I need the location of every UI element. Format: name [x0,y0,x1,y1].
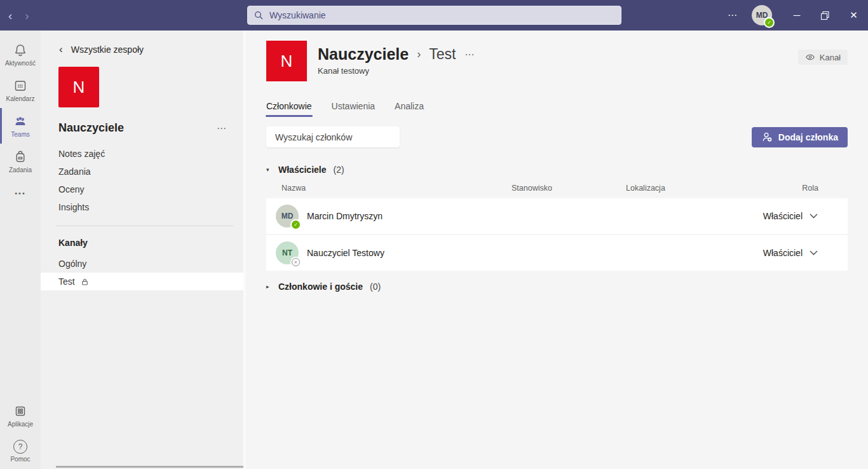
sidebar-horizontal-scrollbar[interactable] [56,466,243,468]
guests-count: (0) [370,282,381,292]
app-rail: Aktywność Kalendarz Teams [0,31,41,469]
tab-analytics[interactable]: Analiza [395,101,424,117]
table-row: MD ✓ Marcin Dmytryszyn Właściciel [266,198,848,234]
rail-item-label: Kalendarz [6,95,34,102]
team-more-options-icon[interactable]: ⋯ [217,123,227,134]
owners-section-header[interactable]: ▾ Właściciele (2) [266,165,848,175]
more-options-icon[interactable]: ⋯ [720,10,745,21]
sidebar-item-label: Oceny [58,184,84,194]
tab-settings[interactable]: Ustawienia [332,101,375,117]
member-name: Nauczyciel Testowy [307,248,384,258]
tab-members[interactable]: Członkowie [266,101,312,117]
member-search-box[interactable] [266,126,400,147]
forward-icon[interactable]: › [25,10,29,22]
team-name: Nauczyciele [58,121,124,135]
person-add-icon [761,132,773,142]
sidebar-item-label: Notes zajęć [58,149,105,159]
guests-section-header[interactable]: ▸ Członkowie i goście (0) [266,282,848,292]
channel-label: Test [58,276,75,287]
presence-available-icon: ✓ [765,18,773,27]
channel-list: Ogólny Test [41,255,243,290]
presence-available-icon: ✓ [292,221,300,229]
breadcrumb-team[interactable]: Nauczyciele [318,45,409,64]
user-avatar-initials: MD [756,11,768,20]
breadcrumb-channel[interactable]: Test [429,46,456,63]
all-teams-back[interactable]: ‹ Wszystkie zespoły [41,31,243,55]
team-logo: N [266,41,307,81]
team-sidebar: ‹ Wszystkie zespoły N Nauczyciele ⋯ Note… [41,31,246,469]
breadcrumb-separator-icon: › [417,48,421,61]
minimize-icon [792,11,801,20]
role-dropdown[interactable]: Właściciel [763,211,818,221]
bell-icon [13,43,28,58]
close-button[interactable]: ✕ [839,0,868,31]
channel-tabs: Członkowie Ustawienia Analiza [266,101,848,117]
sidebar-item-assignments[interactable]: Zadania [41,163,243,180]
channel-label: Ogólny [58,259,86,269]
collapsed-triangle-icon: ▸ [266,283,271,290]
calendar-icon [13,78,28,93]
rail-item-label: Teams [11,131,29,138]
rail-item-label: Aktywność [5,60,36,67]
rail-more-apps-icon[interactable]: ••• [0,179,41,207]
rail-item-label: Zadania [9,167,32,173]
sidebar-item-insights[interactable]: Insights [41,198,243,216]
close-icon: ✕ [850,10,858,21]
history-nav: ‹ › [0,10,29,22]
rail-item-label: Aplikacje [8,421,33,428]
rail-item-assignments[interactable]: Zadania [0,144,41,179]
members-table: MD ✓ Marcin Dmytryszyn Właściciel NT ✕ N… [266,198,848,271]
window-controls: ⋯ MD ✓ ✕ [720,0,868,31]
rail-item-activity[interactable]: Aktywność [0,37,41,72]
role-dropdown[interactable]: Właściciel [763,248,818,258]
role-value: Właściciel [763,248,803,258]
team-menu: Notes zajęć Zadania Oceny Insights [41,145,243,216]
channel-privacy-button[interactable]: Kanał [798,50,848,65]
search-icon [391,132,392,142]
rail-item-apps[interactable]: Aplikacje [0,398,41,433]
team-logo-initial: N [73,78,85,97]
sidebar-item-class-notebook[interactable]: Notes zajęć [41,145,243,163]
sidebar-divider [56,226,233,226]
back-icon[interactable]: ‹ [8,10,12,22]
channel-item-test[interactable]: Test [41,273,243,290]
channel-description: Kanał testowy [318,66,475,76]
rail-item-label: Pomoc [10,456,30,463]
search-icon [254,11,263,20]
collapse-triangle-icon: ▾ [266,167,271,173]
channel-more-options-icon[interactable]: ⋯ [465,49,475,60]
owners-count: (2) [334,165,344,175]
user-avatar[interactable]: MD ✓ [752,5,772,25]
lock-icon [81,278,89,286]
rail-item-teams[interactable]: Teams [0,108,41,144]
rail-item-calendar[interactable]: Kalendarz [0,72,41,108]
help-icon: ? [13,440,27,454]
rail-item-help[interactable]: ? Pomoc [0,433,41,469]
title-bar: ‹ › ⋯ MD ✓ ✕ [0,0,868,31]
team-logo[interactable]: N [58,67,99,107]
add-member-button[interactable]: Dodaj członka [752,127,848,147]
column-title: Stanowisko [512,184,626,193]
restore-button[interactable] [811,0,839,31]
avatar: NT ✕ [276,241,299,264]
column-role: Rola [770,184,818,193]
breadcrumb: Nauczyciele › Test ⋯ [318,45,475,64]
sidebar-item-label: Zadania [58,167,91,177]
chevron-down-icon [809,213,818,219]
owners-title: Właściciele [278,165,327,175]
column-location: Lokalizacja [626,184,770,193]
minimize-button[interactable] [782,0,811,31]
presence-offline-icon: ✕ [292,258,300,266]
members-table-header: Nazwa Stanowisko Lokalizacja Rola [266,184,848,193]
global-search-input[interactable] [268,10,614,21]
avatar: MD ✓ [276,205,299,228]
channel-item-general[interactable]: Ogólny [41,255,243,273]
restore-icon [820,11,830,20]
teams-people-icon [13,114,28,129]
column-name: Nazwa [281,184,512,193]
member-search-input[interactable] [274,132,391,143]
sidebar-item-grades[interactable]: Oceny [41,180,243,198]
channel-privacy-label: Kanał [820,53,841,62]
global-search-box[interactable] [247,6,621,25]
channel-main: N Nauczyciele › Test ⋯ Kanał testowy Kan… [246,31,868,469]
